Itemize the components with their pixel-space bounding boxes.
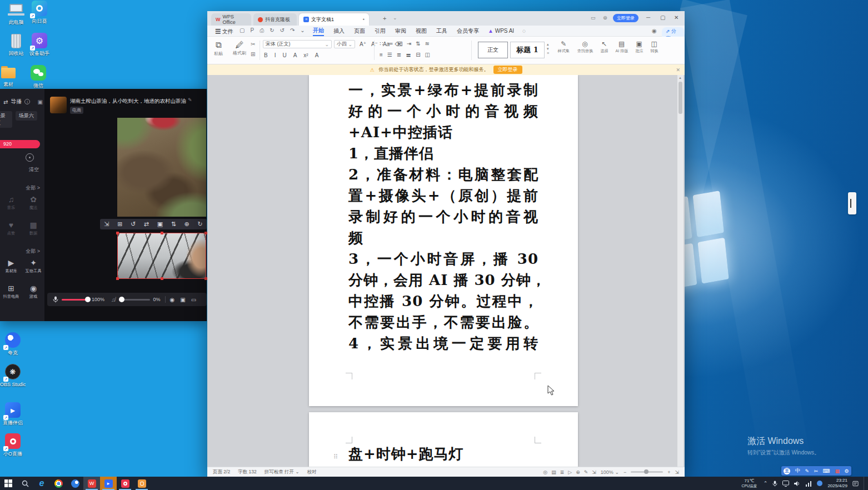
tab-wps-home[interactable]: W WPS Office	[211, 13, 251, 26]
game-tool[interactable]: ◉游戏	[22, 283, 44, 309]
zoom-out-icon[interactable]: −	[623, 469, 626, 475]
font-name-select[interactable]: 宋体 (正文)⌄	[263, 40, 332, 48]
zoom-slider[interactable]	[631, 471, 663, 473]
play-view-icon[interactable]: ▷	[568, 469, 572, 475]
outdent-button[interactable]: ⇤	[397, 41, 402, 47]
file-menu[interactable]: ☰ 文件	[215, 28, 233, 36]
tab-list-icon[interactable]: ⌄	[393, 15, 397, 21]
popout-icon[interactable]: ▣	[37, 99, 42, 105]
shading-button[interactable]: ⊟	[416, 52, 420, 59]
align-center-button[interactable]: ☰	[387, 52, 392, 59]
switch-mode-icon[interactable]: ⇄	[3, 99, 8, 105]
fit-screen-icon[interactable]: ⊞	[117, 221, 122, 228]
taskbar-edge[interactable]: e	[33, 477, 50, 490]
reset-icon[interactable]: ↻	[197, 221, 202, 228]
fit-window-icon[interactable]: ⇲	[675, 469, 679, 475]
desktop-icon-this-pc[interactable]: 此电脑	[3, 2, 29, 25]
music-volume-slider[interactable]	[119, 299, 150, 301]
desktop-icon-device-helper[interactable]: ⚙ ↗ 设备助手	[27, 33, 52, 56]
clock-widget[interactable]: 23:21 2025/4/29	[827, 478, 847, 489]
highlight-button[interactable]: A	[315, 52, 319, 58]
tab-wps-ai[interactable]: ▲ WPS AI	[488, 28, 514, 34]
tab-document-active[interactable]: ≡ 文字文稿1 •	[299, 13, 369, 26]
tray-mic-icon[interactable]	[772, 481, 777, 487]
more-commands-icon[interactable]: ⌄	[300, 27, 305, 34]
edit-mode-icon[interactable]: ✎	[584, 469, 588, 475]
ime-handwrite-icon[interactable]: ✎	[805, 468, 810, 474]
outline-view-icon[interactable]: ≣	[560, 469, 565, 475]
desktop-icon-red-live-app[interactable]: ↗ 小O直播	[0, 433, 26, 457]
notice-close-icon[interactable]: ✕	[676, 67, 680, 73]
music-muted-icon[interactable]: ♫̸	[111, 297, 116, 303]
edit-title-icon[interactable]: ✎	[188, 97, 192, 103]
start-button[interactable]	[0, 477, 17, 490]
style-normal[interactable]: 正文	[478, 42, 508, 58]
copy-icon[interactable]: ⊞	[251, 51, 255, 57]
tray-expand-icon[interactable]: ⌃	[764, 481, 768, 486]
page-2[interactable]: ⠿ 盘+时钟+跑马灯	[309, 412, 578, 467]
ime-clip-icon[interactable]: ✂	[814, 468, 819, 474]
zoom-value[interactable]: 100% ⌄	[601, 469, 619, 475]
group2-all-link[interactable]: 全部 >	[26, 248, 40, 255]
video-preview-selected[interactable]	[117, 233, 206, 279]
flip-vertical-icon[interactable]: ⇅	[171, 221, 176, 228]
italic-button[interactable]: I	[275, 52, 276, 58]
cpu-temp-widget[interactable]: 71℃ CPU温度	[740, 478, 759, 488]
magic-tool[interactable]: ✿魔法	[22, 194, 44, 220]
style-heading1[interactable]: 标题 1	[510, 42, 545, 58]
ime-settings-icon[interactable]: ⚙	[845, 468, 849, 474]
tab-document-2[interactable]: 抖音克隆板	[253, 13, 297, 26]
align-right-button[interactable]: ≣	[397, 52, 401, 59]
format-painter-button[interactable]: 🖉 格式刷	[233, 40, 246, 56]
borders-button[interactable]: ◫	[425, 52, 430, 59]
justify-button[interactable]: 〓	[406, 52, 411, 59]
director-mode-label[interactable]: 导播	[11, 98, 22, 106]
close-button[interactable]: ✕	[674, 14, 679, 21]
notice-login-button[interactable]: 立即登录	[493, 66, 522, 74]
record-icon[interactable]: ▭	[191, 297, 196, 303]
desktop-icon-live-companion[interactable]: ▸ ↗ 直播伴侣	[0, 402, 26, 426]
flip-horizontal-icon[interactable]: ⇄	[144, 221, 149, 228]
desktop-icon-wechat[interactable]: 微信	[26, 65, 51, 88]
ime-keyboard-icon[interactable]: ⌨	[823, 468, 830, 474]
spellcheck-status[interactable]: 拼写检查 打开 ⌄	[265, 469, 300, 476]
login-button[interactable]: 立即登录	[613, 14, 638, 22]
numbering-button[interactable]: ≔	[387, 41, 393, 47]
taskbar-browser-globe[interactable]	[67, 477, 83, 490]
print-icon[interactable]: ⎙	[260, 27, 264, 34]
desktop-icon-quark[interactable]: ↗ 夸克	[0, 332, 26, 356]
superscript-button[interactable]: x²	[303, 52, 308, 58]
capture-icon[interactable]: ◉	[170, 297, 175, 303]
video-preview-main[interactable]	[117, 118, 206, 217]
show-desktop-button[interactable]	[864, 477, 866, 490]
taskbar-wps[interactable]: W	[83, 477, 100, 490]
ribbon-search-icon[interactable]: ◌	[522, 28, 526, 34]
scene-tab-5[interactable]: 场景五	[0, 111, 12, 128]
style-set-button[interactable]: ✎样式集	[557, 39, 570, 54]
page-view-icon[interactable]: ▤	[551, 469, 556, 475]
minimize-button[interactable]: ─	[646, 14, 650, 21]
web-view-icon[interactable]: ⊕	[576, 469, 580, 475]
vertical-scrollbar[interactable]: ▲	[677, 75, 684, 467]
annotate-button[interactable]: ▣批注	[635, 39, 643, 54]
maximize-button[interactable]: ▢	[660, 14, 665, 21]
action-center-icon[interactable]	[852, 481, 859, 487]
ai-layout-button[interactable]: ▤AI 排版	[615, 39, 628, 54]
help-icon[interactable]: i	[24, 99, 30, 104]
like-tool[interactable]: ♥点赞	[0, 220, 22, 246]
desktop-icon-recycle-bin[interactable]: 回收站	[3, 33, 29, 56]
media-library-tool[interactable]: ▶素材库	[0, 258, 22, 283]
paragraph-grip-icon[interactable]: ⠿	[333, 453, 338, 461]
scroll-up-icon[interactable]: ▲	[679, 76, 682, 79]
select-button[interactable]: ↖选择	[600, 39, 608, 54]
douyin-shop-tool[interactable]: ⊞抖音电商	[0, 283, 22, 309]
convert-button[interactable]: ◫转换	[650, 39, 659, 54]
ime-lang-toggle[interactable]: 中	[795, 467, 800, 474]
ime-logo-icon[interactable]: 王	[784, 468, 790, 474]
interact-tools[interactable]: ✦互动工具	[22, 258, 44, 283]
add-scene-icon[interactable]	[26, 153, 34, 162]
grow-font-button[interactable]: A⁺	[360, 41, 366, 47]
desktop-icon-obs[interactable]: ❋ ↗ OBS Studio	[0, 364, 26, 387]
underline-button[interactable]: U	[282, 52, 286, 58]
taskbar-orange-app[interactable]	[133, 477, 150, 490]
